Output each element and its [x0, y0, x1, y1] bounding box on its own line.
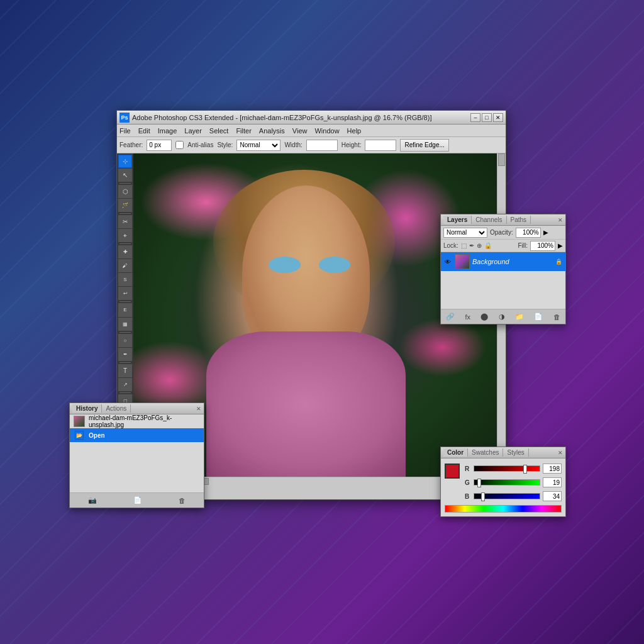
- tool-move[interactable]: ↖: [118, 169, 132, 182]
- antialias-checkbox[interactable]: [175, 141, 184, 149]
- r-value-input[interactable]: [543, 464, 562, 474]
- layers-fx-button[interactable]: fx: [464, 313, 473, 321]
- tab-paths[interactable]: Paths: [507, 216, 531, 224]
- tool-history-brush[interactable]: ↩: [118, 287, 132, 300]
- layer-lock-icon: 🔒: [554, 257, 563, 266]
- history-new-button[interactable]: 📄: [131, 496, 144, 504]
- tab-swatches[interactable]: Swatches: [468, 448, 503, 457]
- tool-text[interactable]: T: [118, 364, 132, 377]
- color-spectrum[interactable]: [445, 505, 562, 513]
- layers-panel-tabs: Layers Channels Paths: [443, 216, 531, 224]
- lock-all-icon[interactable]: 🔒: [484, 242, 492, 249]
- vscroll-thumb[interactable]: [498, 153, 505, 166]
- tool-path-select[interactable]: ↗: [118, 378, 132, 391]
- g-value-input[interactable]: [543, 477, 562, 487]
- tool-pen[interactable]: ✒: [118, 348, 132, 361]
- portrait-shirt: [206, 331, 406, 477]
- b-value-input[interactable]: [543, 491, 562, 501]
- tool-magic-wand[interactable]: 🪄: [118, 199, 132, 212]
- tool-crop[interactable]: ✂: [118, 215, 132, 228]
- layers-panel: Layers Channels Paths ✕ Normal Opacity: …: [440, 214, 566, 325]
- menu-filter[interactable]: Filter: [236, 127, 251, 135]
- ps-titlebar-left: Ps Adobe Photoshop CS3 Extended - [micha…: [119, 113, 431, 123]
- tab-color[interactable]: Color: [443, 448, 468, 457]
- history-snapshot-button[interactable]: 📷: [86, 496, 99, 504]
- r-slider[interactable]: [474, 465, 540, 472]
- layers-panel-titlebar: Layers Channels Paths ✕: [441, 214, 565, 226]
- b-slider-thumb[interactable]: [481, 492, 485, 501]
- b-slider[interactable]: [474, 493, 540, 499]
- tab-styles[interactable]: Styles: [503, 448, 528, 457]
- tool-separator-4: [119, 301, 131, 302]
- layers-link-button[interactable]: 🔗: [444, 313, 457, 321]
- history-panel-footer: 📷 📄 🗑: [70, 492, 204, 508]
- history-item-snapshot[interactable]: michael-dam-mEZ3PoFGs_k-unsplash.jpg: [70, 414, 204, 428]
- ps-icon: Ps: [119, 113, 130, 123]
- menu-edit[interactable]: Edit: [138, 127, 150, 135]
- menu-window[interactable]: Window: [314, 127, 339, 135]
- history-empty-area: [70, 442, 204, 492]
- layer-eye-icon[interactable]: 👁: [443, 257, 452, 266]
- tool-separator-3: [119, 243, 131, 244]
- tab-actions[interactable]: Actions: [102, 404, 131, 413]
- tab-layers[interactable]: Layers: [443, 216, 472, 224]
- opacity-input[interactable]: [516, 228, 541, 238]
- layers-delete-button[interactable]: 🗑: [552, 313, 562, 321]
- lock-transparent-icon[interactable]: ⬚: [461, 242, 467, 249]
- feather-label: Feather:: [119, 142, 143, 148]
- tool-slice[interactable]: ⌖: [118, 229, 132, 242]
- color-swatch-main[interactable]: [445, 464, 460, 479]
- tool-marquee[interactable]: ⊹: [118, 155, 132, 168]
- feather-input[interactable]: [147, 140, 172, 151]
- tool-stamp[interactable]: S: [118, 273, 132, 286]
- style-select[interactable]: Normal: [236, 140, 280, 151]
- menu-analysis[interactable]: Analysis: [259, 127, 285, 135]
- menu-file[interactable]: File: [119, 127, 131, 135]
- history-delete-button[interactable]: 🗑: [177, 497, 187, 504]
- layers-new-button[interactable]: 📄: [532, 313, 545, 321]
- layers-group-button[interactable]: 📁: [513, 313, 526, 321]
- refine-edge-button[interactable]: Refine Edge...: [400, 139, 448, 152]
- tool-heal[interactable]: ✚: [118, 245, 132, 258]
- layers-panel-close[interactable]: ✕: [558, 217, 563, 223]
- menu-layer[interactable]: Layer: [184, 127, 202, 135]
- maximize-button[interactable]: □: [482, 113, 492, 122]
- tool-lasso[interactable]: ⬡: [118, 185, 132, 198]
- lock-move-icon[interactable]: ⊕: [477, 242, 482, 249]
- tool-dodge[interactable]: ○: [118, 334, 132, 347]
- layer-item-background[interactable]: 👁 Background 🔒: [441, 252, 565, 271]
- g-slider[interactable]: [474, 479, 540, 486]
- history-panel-close[interactable]: ✕: [196, 406, 201, 412]
- menu-select[interactable]: Select: [209, 127, 229, 135]
- lock-paint-icon[interactable]: ✒: [469, 242, 474, 249]
- menu-image[interactable]: Image: [158, 127, 177, 135]
- b-label: B: [465, 493, 471, 500]
- r-slider-thumb[interactable]: [523, 465, 527, 474]
- height-input[interactable]: [365, 140, 396, 151]
- tab-channels[interactable]: Channels: [472, 216, 506, 224]
- fill-input[interactable]: [530, 241, 555, 251]
- color-panel-close[interactable]: ✕: [558, 450, 563, 456]
- minimize-button[interactable]: –: [470, 113, 480, 122]
- blend-mode-select[interactable]: Normal: [443, 228, 487, 238]
- width-label: Width:: [284, 142, 302, 148]
- menu-help[interactable]: Help: [347, 127, 362, 135]
- layer-thumbnail: [455, 254, 470, 269]
- tab-history[interactable]: History: [72, 404, 102, 413]
- tool-separator-7: [119, 392, 131, 393]
- tool-gradient[interactable]: ▦: [118, 318, 132, 331]
- opacity-arrow[interactable]: ▶: [543, 229, 548, 236]
- history-item-open[interactable]: 📂 Open: [70, 428, 204, 442]
- color-panel-tabs: Color Swatches Styles: [443, 448, 529, 457]
- g-slider-thumb[interactable]: [477, 479, 481, 487]
- history-panel-titlebar: History Actions ✕: [70, 403, 204, 414]
- tool-eraser[interactable]: E: [118, 303, 132, 316]
- fill-arrow[interactable]: ▶: [558, 242, 563, 249]
- tool-brush[interactable]: 🖌: [118, 259, 132, 272]
- layers-adjustment-button[interactable]: ◑: [497, 313, 507, 321]
- menu-view[interactable]: View: [292, 127, 308, 135]
- layers-mask-button[interactable]: ⬤: [479, 313, 490, 321]
- width-input[interactable]: [306, 140, 338, 151]
- layers-empty-area: [441, 271, 565, 309]
- close-button[interactable]: ✕: [493, 113, 503, 122]
